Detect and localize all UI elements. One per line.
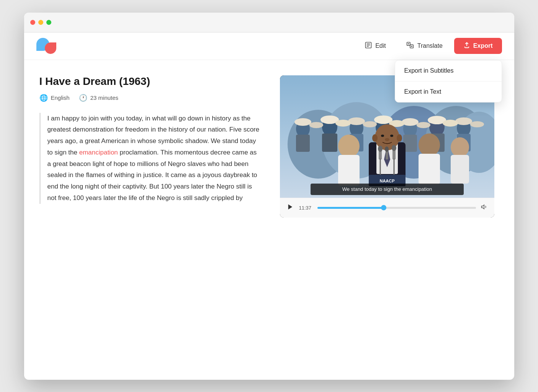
- logo: [36, 38, 56, 54]
- highlight-word: emancipation: [79, 149, 118, 156]
- export-text-label: Export in Text: [404, 88, 442, 95]
- svg-point-54: [385, 146, 389, 152]
- svg-point-46: [381, 135, 384, 137]
- svg-text:We stand today to sign the ema: We stand today to sign the emancipation: [342, 186, 432, 192]
- export-upload-icon: [463, 42, 470, 50]
- svg-point-44: [372, 134, 378, 142]
- svg-point-47: [390, 135, 393, 137]
- duration-label: 23 minutes: [90, 94, 118, 101]
- logo-icon: [36, 38, 56, 54]
- svg-rect-15: [322, 133, 337, 152]
- language-label: English: [51, 94, 70, 101]
- svg-point-37: [417, 122, 430, 128]
- svg-point-34: [335, 120, 351, 127]
- svg-point-33: [309, 122, 323, 128]
- svg-point-59: [419, 133, 440, 156]
- duration-meta: 🕐 23 minutes: [79, 94, 118, 102]
- translate-icon: [406, 41, 414, 50]
- svg-rect-62: [451, 155, 469, 184]
- svg-rect-13: [296, 135, 310, 152]
- title-bar: [24, 13, 514, 33]
- svg-point-48: [385, 138, 389, 141]
- close-button[interactable]: [30, 20, 35, 25]
- progress-bar[interactable]: [317, 207, 476, 209]
- edit-label: Edit: [375, 42, 386, 49]
- svg-point-57: [338, 135, 360, 158]
- transcript-panel: I Have a Dream (1963) 🌐 English 🕐 23 min…: [39, 75, 262, 218]
- svg-point-35: [363, 121, 377, 127]
- app-window: Edit Translate: [24, 13, 514, 380]
- svg-point-26: [294, 118, 311, 126]
- edit-icon: [365, 41, 372, 50]
- navbar: Edit Translate: [24, 33, 514, 60]
- svg-rect-58: [338, 155, 360, 185]
- transcript-part2: proclamation. This momentous decree came…: [47, 149, 257, 202]
- svg-point-38: [443, 120, 458, 127]
- progress-handle: [381, 205, 386, 210]
- export-dropdown: Export in Subtitles Export in Text: [395, 60, 502, 102]
- export-subtitles-label: Export in Subtitles: [404, 67, 454, 74]
- nav-actions: Edit Translate: [356, 37, 502, 54]
- export-label: Export: [473, 42, 493, 49]
- svg-point-39: [470, 121, 484, 127]
- svg-point-30: [402, 118, 419, 126]
- svg-rect-60: [419, 154, 440, 184]
- document-title: I Have a Dream (1963): [39, 75, 262, 88]
- clock-icon: 🕐: [79, 94, 87, 102]
- globe-icon: 🌐: [39, 94, 48, 102]
- export-subtitles-item[interactable]: Export in Subtitles: [395, 60, 502, 81]
- logo-bubble-red: [45, 42, 56, 54]
- svg-marker-67: [288, 204, 292, 210]
- export-button[interactable]: Export: [454, 38, 502, 54]
- doc-meta: 🌐 English 🕐 23 minutes: [39, 94, 262, 102]
- progress-fill: [317, 207, 384, 209]
- time-display: 11:37: [299, 205, 313, 211]
- svg-point-50: [378, 146, 383, 152]
- translate-label: Translate: [417, 42, 443, 49]
- svg-marker-68: [481, 205, 484, 209]
- video-controls: 11:37: [280, 198, 494, 218]
- svg-point-52: [392, 145, 396, 151]
- svg-point-61: [451, 137, 469, 157]
- play-button[interactable]: [286, 203, 294, 213]
- translate-button[interactable]: Translate: [397, 37, 451, 54]
- maximize-button[interactable]: [46, 20, 51, 25]
- language-meta: 🌐 English: [39, 94, 70, 102]
- transcript-text: I am happy to join with you today, in wh…: [39, 113, 262, 204]
- edit-button[interactable]: Edit: [356, 37, 394, 54]
- svg-point-32: [455, 117, 472, 125]
- svg-point-28: [348, 117, 365, 125]
- minimize-button[interactable]: [38, 20, 43, 25]
- svg-text:NAACP: NAACP: [379, 179, 394, 183]
- svg-point-45: [397, 134, 402, 142]
- export-text-item[interactable]: Export in Text: [395, 81, 502, 102]
- volume-button[interactable]: [481, 203, 488, 212]
